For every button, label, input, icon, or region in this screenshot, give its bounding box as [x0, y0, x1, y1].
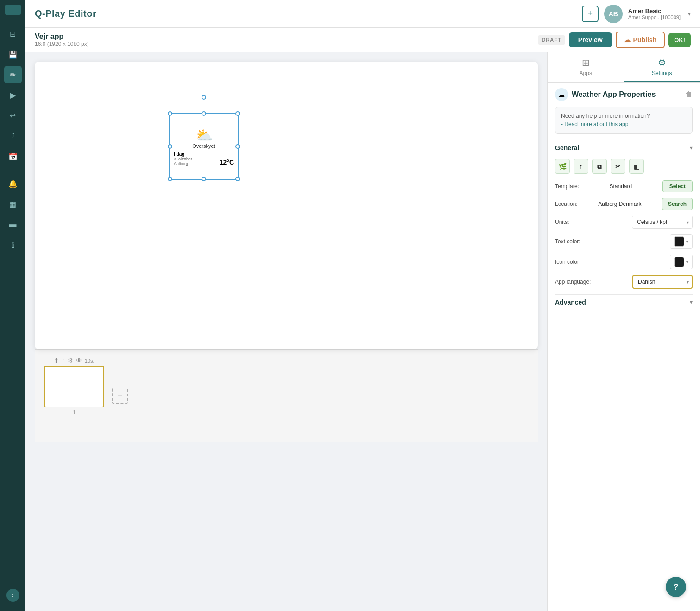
- add-button[interactable]: +: [582, 6, 599, 22]
- tool-icon-copy[interactable]: ⧉: [592, 159, 607, 174]
- sidebar-item-edit[interactable]: ✏: [4, 66, 22, 83]
- props-header: ☁ Weather App Properties 🗑: [555, 88, 693, 101]
- weather-bottom: I dag 3. oktober Aalborg 12°C: [170, 152, 238, 166]
- handle-bl[interactable]: [168, 177, 172, 181]
- handle-br[interactable]: [235, 177, 240, 181]
- language-select-wrapper: Danish English German French ▾: [632, 275, 693, 289]
- language-select[interactable]: Danish English German French: [632, 275, 693, 289]
- content-area: ⛅ Overskyet I dag 3. oktober Aalborg 12°…: [25, 52, 700, 611]
- sidebar-logo: [5, 5, 21, 15]
- slide-gear-icon[interactable]: ⚙: [68, 357, 73, 364]
- sidebar-item-media[interactable]: ▶: [4, 86, 22, 104]
- sidebar-divider: [4, 170, 22, 170]
- sidebar-item-queue[interactable]: ↩: [4, 107, 22, 124]
- props-title: Weather App Properties: [572, 90, 656, 99]
- slide-upload-icon[interactable]: ⬆: [54, 357, 59, 364]
- apps-tab-label: Apps: [580, 70, 592, 76]
- sidebar-item-save[interactable]: 💾: [4, 45, 22, 63]
- weather-location: Aalborg: [174, 161, 192, 166]
- settings-tab-icon: ⚙: [658, 57, 666, 68]
- user-menu-chevron[interactable]: ▾: [688, 11, 691, 17]
- delete-icon[interactable]: 🗑: [685, 90, 693, 99]
- language-row: App language: Danish English German Fren…: [555, 275, 693, 289]
- user-info: Amer Besic Amer Suppo...[100009]: [628, 7, 681, 20]
- preview-button[interactable]: Preview: [569, 32, 612, 47]
- template-label: Template:: [555, 183, 579, 190]
- sidebar-item-share[interactable]: ⤴: [4, 127, 22, 145]
- canvas-area: ⛅ Overskyet I dag 3. oktober Aalborg 12°…: [25, 52, 547, 611]
- add-slide-button[interactable]: +: [112, 388, 128, 404]
- info-text: Need any help or more information?: [561, 113, 650, 119]
- editor-area: Vejr app 16:9 (1920 x 1080 px) DRAFT Pre…: [25, 28, 700, 611]
- slide-dims: 16:9 (1920 x 1080 px): [35, 41, 532, 47]
- tool-icon-upload[interactable]: ↑: [574, 159, 588, 174]
- language-label: App language:: [555, 279, 591, 285]
- location-value: Aalborg Denmark: [598, 201, 641, 207]
- timeline-area: ⬆ ↑ ⚙ 👁 10s. 1 +: [35, 349, 538, 442]
- tab-apps[interactable]: ⊞ Apps: [548, 52, 624, 82]
- weather-date: 3. oktober: [174, 157, 192, 161]
- handle-mr[interactable]: [235, 144, 240, 149]
- sidebar-collapse-btn[interactable]: ›: [6, 589, 19, 602]
- ok-button[interactable]: OK!: [668, 33, 691, 47]
- general-chevron-icon: ▾: [690, 145, 693, 151]
- icon-color-picker[interactable]: ▾: [670, 255, 693, 269]
- slide-eye-icon[interactable]: 👁: [76, 357, 82, 364]
- slide-thumbnail[interactable]: [44, 366, 104, 407]
- units-select-wrapper: Celsius / kph Fahrenheit / mph ▾: [632, 216, 693, 229]
- slide-arrow-icon[interactable]: ↑: [62, 357, 65, 364]
- tab-settings[interactable]: ⚙ Settings: [624, 52, 700, 82]
- general-section-title: General: [555, 144, 579, 152]
- sidebar-item-bar[interactable]: ▬: [4, 216, 22, 233]
- publish-button[interactable]: ☁ Publish: [616, 32, 665, 48]
- sidebar-item-table[interactable]: ▦: [4, 195, 22, 213]
- sidebar-item-calendar[interactable]: 📅: [4, 147, 22, 165]
- info-link[interactable]: - Read more about this app: [561, 121, 687, 127]
- icon-color-chevron-icon: ▾: [686, 260, 688, 265]
- weather-left: I dag 3. oktober Aalborg: [174, 152, 192, 166]
- handle-ml[interactable]: [168, 144, 172, 149]
- tool-icon-cut[interactable]: ✂: [611, 159, 625, 174]
- handle-tl[interactable]: [168, 111, 172, 116]
- template-row: Template: Standard Select: [555, 180, 693, 192]
- text-color-picker[interactable]: ▾: [670, 234, 693, 249]
- rotate-handle[interactable]: [202, 95, 206, 100]
- tool-icon-leaf[interactable]: 🌿: [555, 159, 570, 174]
- slide-thumb-toolbar: ⬆ ↑ ⚙ 👁 10s.: [54, 357, 94, 364]
- canvas-container[interactable]: ⛅ Overskyet I dag 3. oktober Aalborg 12°…: [35, 62, 538, 349]
- handle-bm[interactable]: [202, 177, 206, 181]
- general-section-header[interactable]: General ▾: [555, 140, 693, 155]
- text-color-chevron-icon: ▾: [686, 239, 688, 244]
- sidebar-item-info[interactable]: ℹ: [4, 236, 22, 254]
- units-select[interactable]: Celsius / kph Fahrenheit / mph: [632, 216, 693, 229]
- sidebar-item-alerts[interactable]: 🔔: [4, 175, 22, 192]
- topbar-right: + AB Amer Besic Amer Suppo...[100009] ▾: [582, 5, 691, 23]
- weather-app-icon: ☁: [555, 88, 568, 101]
- location-row: Location: Aalborg Denmark Search: [555, 198, 693, 210]
- props-title-row: ☁ Weather App Properties: [555, 88, 656, 101]
- template-select-button[interactable]: Select: [662, 180, 693, 192]
- weather-widget[interactable]: ⛅ Overskyet I dag 3. oktober Aalborg 12°…: [169, 113, 239, 180]
- tool-icon-panel[interactable]: ▥: [629, 159, 644, 174]
- location-label: Location:: [555, 201, 578, 207]
- settings-tab-label: Settings: [652, 70, 672, 76]
- toolbar-actions: DRAFT Preview ☁ Publish OK!: [538, 32, 691, 48]
- icon-color-label: Icon color:: [555, 259, 580, 265]
- handle-tr[interactable]: [235, 111, 240, 116]
- sidebar: ⊞ 💾 ✏ ▶ ↩ ⤴ 📅 🔔 ▦ ▬ ℹ ›: [0, 0, 25, 611]
- handle-tm[interactable]: [202, 111, 206, 116]
- panel-tabs: ⊞ Apps ⚙ Settings: [548, 52, 700, 83]
- location-search-button[interactable]: Search: [662, 198, 693, 210]
- help-button[interactable]: ?: [666, 577, 686, 597]
- slide-thumb-wrapper: ⬆ ↑ ⚙ 👁 10s. 1: [44, 357, 104, 415]
- user-name: Amer Besic: [628, 7, 681, 14]
- icon-color-row: Icon color: ▾: [555, 255, 693, 269]
- right-panel: ⊞ Apps ⚙ Settings ☁ Weather App Properti: [547, 52, 700, 611]
- editor-toolbar: Vejr app 16:9 (1920 x 1080 px) DRAFT Pre…: [25, 28, 700, 52]
- sidebar-item-dashboard[interactable]: ⊞: [4, 25, 22, 43]
- advanced-section-title: Advanced: [555, 299, 586, 306]
- slide-name: Vejr app: [35, 32, 532, 41]
- tool-icons-row: 🌿 ↑ ⧉ ✂ ▥: [555, 159, 693, 174]
- advanced-section-header[interactable]: Advanced ▾: [555, 294, 693, 310]
- advanced-chevron-icon: ▾: [690, 299, 693, 306]
